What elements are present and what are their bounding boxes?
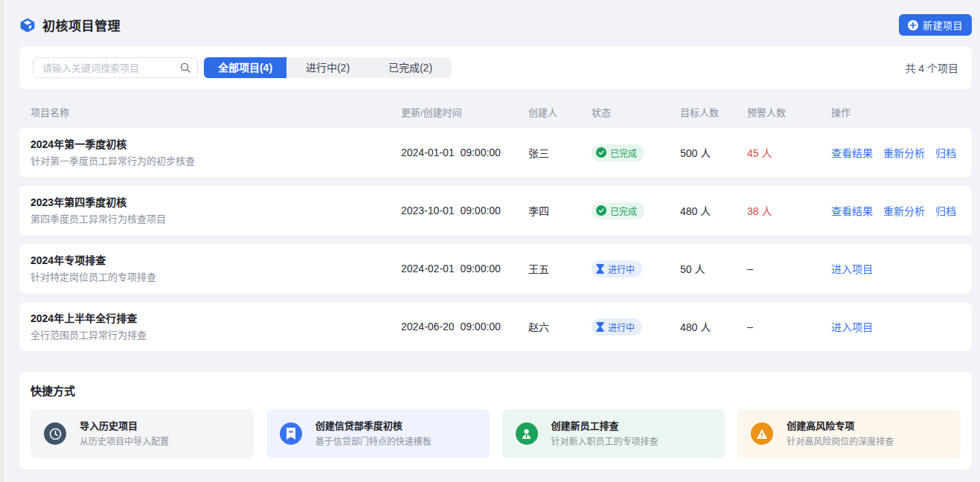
column-header-actions: 操作 bbox=[831, 105, 972, 119]
warning-count: – bbox=[747, 321, 831, 332]
project-name: 2024年上半年全行排查 bbox=[31, 311, 401, 326]
view-results-link[interactable]: 查看结果 bbox=[831, 203, 873, 218]
project-creator: 李四 bbox=[528, 203, 592, 218]
project-creator: 赵六 bbox=[528, 319, 592, 334]
shortcut-create-credit-dept-review[interactable]: 创建信贷部季度初核 基于信贷部门特点的快速模板 bbox=[266, 409, 490, 458]
table-header: 项目名称 更新/创建时间 创建人 状态 目标人数 预警人数 操作 bbox=[19, 89, 972, 128]
hourglass-icon bbox=[596, 322, 604, 332]
project-name: 2024年专项排查 bbox=[31, 253, 401, 268]
filter-card: 全部项目(4) 进行中(2) 已完成(2) 共 4 个项目 bbox=[19, 46, 972, 89]
archive-link[interactable]: 归档 bbox=[935, 145, 956, 160]
project-name: 2024年第一季度初核 bbox=[31, 137, 401, 152]
cube-logo-icon bbox=[19, 17, 36, 33]
column-header-update-time: 更新/创建时间 bbox=[401, 105, 528, 119]
search-input[interactable] bbox=[33, 57, 198, 78]
status-label: 已完成 bbox=[610, 147, 637, 159]
shortcut-title: 创建信贷部季度初核 bbox=[316, 420, 432, 432]
table-row: 2023年第四季度初核 第四季度员工异常行为核查项目 2023-10-01 09… bbox=[19, 186, 972, 235]
new-project-button[interactable]: 新建项目 bbox=[899, 14, 972, 36]
project-time: 2024-01-01 09:00:00 bbox=[401, 147, 528, 158]
warning-icon bbox=[756, 428, 768, 440]
column-header-status: 状态 bbox=[592, 105, 680, 119]
warning-count: 38 人 bbox=[747, 203, 831, 218]
reanalyze-link[interactable]: 重新分析 bbox=[883, 203, 925, 218]
enter-project-link[interactable]: 进入项目 bbox=[831, 319, 873, 334]
total-project-count: 共 4 个项目 bbox=[905, 60, 958, 75]
shortcuts-title: 快捷方式 bbox=[31, 384, 961, 399]
hourglass-icon bbox=[596, 264, 604, 274]
project-description: 针对特定岗位员工的专项排查 bbox=[31, 270, 401, 284]
table-row: 2024年上半年全行排查 全行范围员工异常行为排查 2024-06-20 09:… bbox=[19, 302, 972, 351]
tab-in-progress[interactable]: 进行中(2) bbox=[286, 57, 369, 78]
tab-all-projects[interactable]: 全部项目(4) bbox=[204, 57, 286, 78]
project-description: 第四季度员工异常行为核查项目 bbox=[31, 212, 401, 226]
project-filter-tabs: 全部项目(4) 进行中(2) 已完成(2) bbox=[204, 57, 452, 78]
shortcuts-section: 快捷方式 导入历史项目 从历史项目中导入配置 bbox=[19, 372, 972, 469]
project-time: 2024-02-01 09:00:00 bbox=[401, 263, 528, 274]
target-count: 480 人 bbox=[680, 203, 747, 218]
column-header-project-name: 项目名称 bbox=[19, 105, 401, 119]
shortcut-description: 针对高风险岗位的深度排查 bbox=[787, 436, 894, 448]
user-icon bbox=[521, 428, 532, 440]
status-badge-in-progress: 进行中 bbox=[592, 260, 642, 277]
shortcut-description: 针对新入职员工的专项排查 bbox=[551, 436, 659, 448]
shortcut-title: 创建新员工排查 bbox=[551, 420, 659, 432]
shortcut-title: 导入历史项目 bbox=[80, 420, 169, 432]
project-creator: 王五 bbox=[528, 261, 592, 276]
target-count: 500 人 bbox=[680, 145, 747, 160]
shortcut-description: 基于信贷部门特点的快速模板 bbox=[316, 436, 432, 448]
shortcut-title: 创建高风险专项 bbox=[787, 420, 894, 432]
check-circle-icon bbox=[596, 147, 606, 158]
page-title: 初核项目管理 bbox=[42, 16, 121, 34]
clock-icon bbox=[49, 428, 62, 440]
target-count: 480 人 bbox=[680, 319, 747, 334]
tab-completed[interactable]: 已完成(2) bbox=[369, 57, 452, 78]
column-header-target-count: 目标人数 bbox=[680, 105, 747, 119]
project-management-page: 初核项目管理 新建项目 全部项目(4) 进行中(2) 已完成(2) 共 4 个项… bbox=[19, 0, 972, 469]
project-description: 全行范围员工异常行为排查 bbox=[31, 328, 401, 342]
project-description: 针对第一季度员工异常行为的初步核查 bbox=[31, 154, 401, 168]
status-badge-completed: 已完成 bbox=[592, 144, 644, 161]
shortcut-create-new-employee-screening[interactable]: 创建新员工排查 针对新入职员工的专项排查 bbox=[502, 409, 726, 458]
status-label: 进行中 bbox=[608, 263, 635, 275]
status-badge-completed: 已完成 bbox=[592, 202, 644, 219]
window-edge bbox=[0, 0, 3, 482]
project-time: 2024-06-20 09:00:00 bbox=[401, 321, 528, 332]
status-badge-in-progress: 进行中 bbox=[592, 318, 642, 335]
column-header-warning-count: 预警人数 bbox=[747, 105, 831, 119]
enter-project-link[interactable]: 进入项目 bbox=[831, 261, 873, 276]
topbar: 初核项目管理 新建项目 bbox=[19, 0, 972, 46]
status-label: 已完成 bbox=[610, 205, 637, 217]
reanalyze-link[interactable]: 重新分析 bbox=[883, 145, 925, 160]
table-row: 2024年第一季度初核 针对第一季度员工异常行为的初步核查 2024-01-01… bbox=[19, 128, 972, 177]
column-header-creator: 创建人 bbox=[528, 105, 592, 119]
bookmark-icon bbox=[286, 428, 296, 440]
new-project-label: 新建项目 bbox=[923, 18, 963, 32]
status-label: 进行中 bbox=[608, 321, 635, 333]
project-name: 2023年第四季度初核 bbox=[31, 195, 401, 210]
shortcut-import-history[interactable]: 导入历史项目 从历史项目中导入配置 bbox=[31, 409, 254, 458]
shortcut-create-high-risk-special[interactable]: 创建高风险专项 针对高风险岗位的深度排查 bbox=[737, 409, 961, 458]
shortcut-description: 从历史项目中导入配置 bbox=[80, 436, 169, 448]
search-icon bbox=[180, 62, 190, 73]
project-time: 2023-10-01 09:00:00 bbox=[401, 205, 528, 216]
warning-count: 45 人 bbox=[747, 145, 831, 160]
search-box bbox=[33, 57, 198, 78]
table-row: 2024年专项排查 针对特定岗位员工的专项排查 2024-02-01 09:00… bbox=[19, 244, 972, 293]
project-creator: 张三 bbox=[528, 145, 592, 160]
view-results-link[interactable]: 查看结果 bbox=[831, 145, 873, 160]
archive-link[interactable]: 归档 bbox=[935, 203, 956, 218]
plus-circle-icon bbox=[908, 20, 918, 30]
warning-count: – bbox=[747, 263, 831, 274]
check-circle-icon bbox=[596, 205, 606, 216]
target-count: 50 人 bbox=[680, 261, 747, 276]
